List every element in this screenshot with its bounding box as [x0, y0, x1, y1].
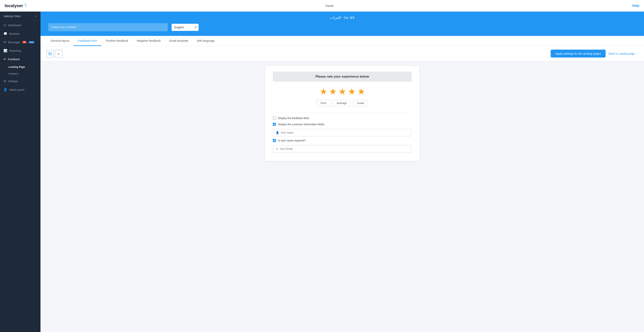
- sidebar-item-label: Reviews: [9, 32, 20, 35]
- email-input-row: ✉: [273, 145, 412, 152]
- top-nav: localyser└ Owner Help: [0, 0, 644, 12]
- banner: لافا جانا - القريات English Arabic: [40, 12, 644, 36]
- apply-settings-button[interactable]: Apply settings for all Landing pages: [551, 50, 606, 58]
- content-area: Please rate your experience below ★ ★ ★ …: [40, 61, 644, 166]
- rating-great[interactable]: Great: [353, 100, 368, 106]
- rating-labels: Poor Average Great: [273, 100, 412, 106]
- tabs-bar: General layout Feedback form Positive fe…: [40, 36, 644, 46]
- tab-negative-feedback[interactable]: Negative feedback: [132, 36, 165, 46]
- messages-badge: 30: [22, 41, 26, 44]
- rating-average[interactable]: Average: [332, 100, 351, 106]
- preview-card: Please rate your experience below ★ ★ ★ …: [265, 66, 419, 161]
- name-required-checkbox[interactable]: [273, 139, 276, 142]
- feedback-submenu: Landing Page Analytics: [0, 64, 40, 77]
- reporting-icon: 📊: [4, 49, 7, 53]
- sidebar-item-admin[interactable]: 👤 Admin panel: [0, 86, 40, 94]
- sidebar-item-feedback[interactable]: ✏ Feedback: [0, 55, 40, 64]
- sidebar-item-label: Settings: [8, 80, 18, 83]
- toolbar-image-icon-btn[interactable]: [46, 50, 54, 58]
- settings-icon: ⚙: [4, 79, 6, 83]
- toolbar: A Apply settings for all Landing pages B…: [40, 46, 644, 61]
- tab-positive-feedback[interactable]: Positive feedback: [102, 36, 133, 46]
- tab-general-layout[interactable]: General layout: [46, 36, 74, 46]
- name-input[interactable]: [280, 131, 409, 134]
- toolbar-icons: A: [46, 50, 62, 58]
- rating-banner: Please rate your experience below: [273, 72, 412, 82]
- sidebar-item-reporting[interactable]: 📊 Reporting: [0, 47, 40, 55]
- logo-bracket: └: [23, 3, 27, 9]
- feedback-icon: ✏: [4, 57, 6, 61]
- messages-icon: ✉: [4, 40, 6, 44]
- email-icon: ✉: [276, 147, 278, 150]
- display-customer-label: Display the customer information fields.: [278, 123, 325, 126]
- logo[interactable]: localyser└: [5, 3, 27, 9]
- tab-add-language[interactable]: Add language: [192, 36, 219, 46]
- banner-controls: English Arabic: [48, 23, 636, 31]
- star-4[interactable]: ★: [348, 86, 356, 97]
- sidebar-username: Valentyn Stets: [4, 15, 21, 18]
- reviews-icon: 💬: [4, 32, 7, 36]
- tab-feedback-form[interactable]: Feedback form: [74, 36, 102, 46]
- stars-row: ★ ★ ★ ★ ★: [273, 86, 412, 97]
- sidebar-item-settings[interactable]: ⚙ Settings: [0, 77, 40, 86]
- name-required-label: Is user name required?: [278, 139, 306, 142]
- sidebar-item-landing-page[interactable]: Landing Page: [0, 64, 40, 70]
- sidebar-user[interactable]: Valentyn Stets ▼: [0, 12, 40, 21]
- language-select[interactable]: English Arabic: [172, 24, 198, 31]
- display-feedback-checkbox[interactable]: [273, 117, 276, 120]
- dashboard-icon: ⊙: [4, 23, 6, 27]
- review-input[interactable]: [48, 23, 168, 31]
- display-customer-row: Display the customer information fields.: [273, 123, 412, 126]
- logo-text: localyser: [5, 3, 23, 8]
- back-to-landing-link[interactable]: Back to Landing page →: [609, 52, 638, 55]
- sidebar-item-label: Dashboard: [8, 24, 21, 27]
- sidebar-item-analytics-sub[interactable]: Analytics: [0, 70, 40, 77]
- sidebar-item-messages[interactable]: ✉ Messages 30 NEW: [0, 38, 40, 47]
- app-layout: Valentyn Stets ▼ ⊙ Dashboard 💬 Reviews ✉…: [0, 12, 644, 332]
- sidebar-item-dashboard[interactable]: ⊙ Dashboard: [0, 21, 40, 30]
- svg-text:A: A: [58, 52, 60, 55]
- star-3[interactable]: ★: [338, 86, 346, 97]
- display-feedback-label: Display the feedback field.: [278, 117, 309, 120]
- text-icon: A: [57, 52, 60, 55]
- help-link[interactable]: Help: [632, 4, 639, 8]
- name-input-row: 👤: [273, 129, 412, 136]
- sidebar-item-reviews[interactable]: 💬 Reviews: [0, 30, 40, 38]
- display-customer-checkbox[interactable]: [273, 123, 276, 126]
- main-content: لافا جانا - القريات English Arabic Gener…: [40, 12, 644, 332]
- tab-email-template[interactable]: Email template: [165, 36, 192, 46]
- admin-icon: 👤: [4, 88, 7, 92]
- name-required-row: Is user name required?: [273, 139, 412, 142]
- messages-new-badge: NEW: [28, 41, 34, 44]
- user-chevron-icon: ▼: [35, 15, 37, 17]
- sidebar-item-label: Feedback: [8, 58, 20, 61]
- image-icon: [48, 52, 52, 55]
- owner-label: Owner: [27, 4, 632, 7]
- star-2[interactable]: ★: [329, 86, 337, 97]
- toolbar-text-icon-btn[interactable]: A: [55, 50, 62, 58]
- rating-poor[interactable]: Poor: [316, 100, 330, 106]
- person-icon: 👤: [276, 131, 279, 134]
- banner-title: لافا جانا - القريات: [48, 16, 636, 20]
- sidebar-item-label: Admin panel: [9, 88, 24, 91]
- star-1[interactable]: ★: [320, 86, 328, 97]
- sidebar: Valentyn Stets ▼ ⊙ Dashboard 💬 Reviews ✉…: [0, 12, 40, 332]
- star-5[interactable]: ★: [357, 86, 365, 97]
- email-input[interactable]: [280, 147, 409, 150]
- display-feedback-row: Display the feedback field.: [273, 117, 412, 120]
- divider-1: [273, 113, 412, 113]
- sidebar-item-label: Messages: [8, 41, 20, 44]
- sidebar-item-label: Reporting: [9, 49, 21, 52]
